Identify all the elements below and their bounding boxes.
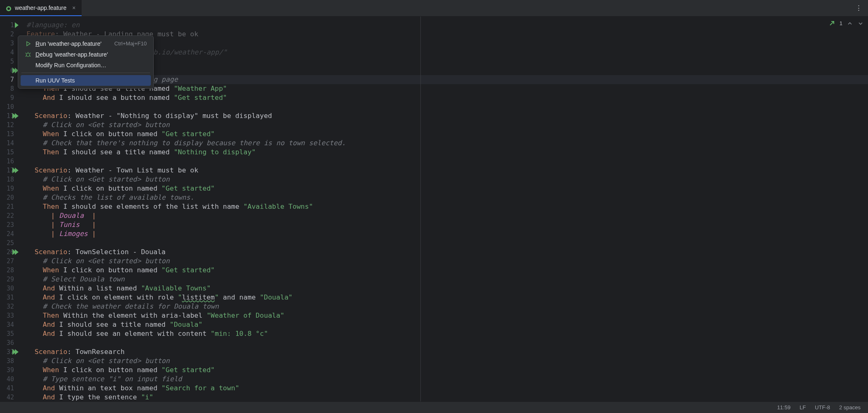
svg-point-1 <box>7 7 10 9</box>
editor: 1 12345678910111213141516171819202122232… <box>0 17 868 401</box>
file-encoding[interactable]: UTF-8 <box>815 403 830 412</box>
menu-run-uuv[interactable]: Run UUV Tests <box>21 75 151 86</box>
code-line[interactable]: Scenario: TownSelection - Douala <box>26 248 868 257</box>
menu-debug-label: Debug 'weather-app.feature' <box>35 50 108 59</box>
code-line[interactable]: # Click on <Get started> button <box>26 175 868 184</box>
run-icon <box>25 41 31 47</box>
code-line[interactable]: And I should see a title named "Douala" <box>26 320 868 329</box>
code-line[interactable]: Then I should see elements of the list w… <box>26 202 868 211</box>
menu-run-label: Run 'weather-app.feature' <box>35 39 101 48</box>
gutter-line: 27 <box>0 257 14 266</box>
gutter-line: 22 <box>0 211 14 220</box>
code-line[interactable]: When I click on button named "Get starte… <box>26 266 868 275</box>
code-line[interactable]: And I should see a button named "Get sta… <box>26 93 868 102</box>
cursor-position[interactable]: 11:59 <box>777 403 791 412</box>
gutter-line: 39 <box>0 366 14 375</box>
code-line[interactable]: Scenario: TownResearch <box>26 347 868 356</box>
gutter-line: 40 <box>0 375 14 384</box>
gutter-line: 10 <box>0 102 14 111</box>
code-line[interactable]: Then Within the element with aria-label … <box>26 311 868 320</box>
editor-tab[interactable]: weather-app.feature × <box>0 0 82 16</box>
gutter-line[interactable]: 11 <box>0 111 14 120</box>
code-line[interactable]: # Select Douala town <box>26 275 868 284</box>
gutter-line[interactable]: 1 <box>0 21 14 30</box>
gutter-line: 5 <box>0 57 14 66</box>
code-line[interactable]: When I click on button named "Get starte… <box>26 130 868 139</box>
gutter-line: 3 <box>0 39 14 48</box>
code-line[interactable]: # Check that there's nothing to display … <box>26 139 868 148</box>
close-icon[interactable]: × <box>72 3 75 12</box>
code-line[interactable]: # Type sentence "i" on input field <box>26 375 868 384</box>
gutter-line: 33 <box>0 311 14 320</box>
gutter-line: 23 <box>0 220 14 229</box>
menu-run[interactable]: Run 'weather-app.feature' Ctrl+Maj+F10 <box>21 38 151 49</box>
code-line[interactable]: When I click on button named "Get starte… <box>26 366 868 375</box>
menu-debug[interactable]: Debug 'weather-app.feature' <box>21 49 151 60</box>
gutter-line: 19 <box>0 184 14 193</box>
code-line[interactable]: Scenario: Weather - Town List must be ok <box>26 166 868 175</box>
code-line[interactable]: # Click on <Get started> button <box>26 120 868 130</box>
tab-bar: weather-app.feature × ⋮ <box>0 0 868 17</box>
gutter-line: 18 <box>0 175 14 184</box>
gutter-line: 30 <box>0 284 14 293</box>
gutter-line: 13 <box>0 130 14 139</box>
code-line[interactable]: # Click on <Get started> button <box>26 257 868 266</box>
gutter-line: 28 <box>0 266 14 275</box>
cucumber-icon <box>6 5 12 11</box>
code-line[interactable]: And Within an text box named "Search for… <box>26 384 868 393</box>
gutter-line[interactable]: 6 <box>0 66 14 75</box>
code-line[interactable]: When I click on button named "Get starte… <box>26 184 868 193</box>
code-line[interactable]: And I should see an element with content… <box>26 329 868 338</box>
code-line[interactable]: And I type the sentence "i" <box>26 393 868 401</box>
code-line[interactable]: #language: en <box>26 21 868 30</box>
gutter-line: 8 <box>0 84 14 93</box>
more-icon[interactable]: ⋮ <box>849 0 868 16</box>
code-line[interactable] <box>26 238 868 248</box>
gutter-line: 15 <box>0 148 14 157</box>
gutter-line: 36 <box>0 338 14 347</box>
debug-icon <box>25 52 31 57</box>
tab-title: weather-app.feature <box>15 3 66 12</box>
code-line[interactable]: | Douala | <box>26 211 868 220</box>
code-line[interactable]: # Click on <Get started> button <box>26 356 868 366</box>
indent-setting[interactable]: 2 spaces <box>839 403 861 412</box>
code-line[interactable]: | Limoges | <box>26 229 868 238</box>
code-line[interactable]: Then I should see a title named "Nothing… <box>26 148 868 157</box>
gutter-line: 7 <box>0 75 14 84</box>
context-menu: Run 'weather-app.feature' Ctrl+Maj+F10 D… <box>18 35 154 89</box>
gutter-line: 29 <box>0 275 14 284</box>
status-bar: 11:59 LF UTF-8 2 spaces <box>0 401 868 413</box>
gutter-line: 42 <box>0 393 14 401</box>
gutter-line: 35 <box>0 329 14 338</box>
code-line[interactable] <box>26 102 868 111</box>
gutter-line: 24 <box>0 229 14 238</box>
gutter-line: 14 <box>0 139 14 148</box>
code-line[interactable]: Scenario: Weather - "Nothing to display"… <box>26 111 868 120</box>
gutter-line: 20 <box>0 193 14 202</box>
code-line[interactable] <box>26 157 868 166</box>
line-separator[interactable]: LF <box>800 403 806 412</box>
gutter-line: 16 <box>0 157 14 166</box>
code-line[interactable]: And I click on element with role "listit… <box>26 293 868 302</box>
gutter-line[interactable]: 26 <box>0 248 14 257</box>
menu-modify-config[interactable]: Modify Run Configuration… <box>21 60 151 71</box>
code-line[interactable]: # Checks the list of available towns. <box>26 193 868 202</box>
menu-run-shortcut: Ctrl+Maj+F10 <box>114 39 147 48</box>
code-line[interactable]: And Within a list named "Available Towns… <box>26 284 868 293</box>
svg-point-2 <box>26 53 30 57</box>
gutter-line[interactable]: 37 <box>0 347 14 356</box>
gutter-line: 41 <box>0 384 14 393</box>
gutter-line: 31 <box>0 293 14 302</box>
gutter-line: 34 <box>0 320 14 329</box>
gutter-line: 4 <box>0 48 14 57</box>
code-line[interactable] <box>26 338 868 347</box>
code-line[interactable]: # Check the weather details for Douala t… <box>26 302 868 311</box>
menu-separator <box>21 73 150 73</box>
gutter-line: 38 <box>0 356 14 366</box>
gutter-line: 21 <box>0 202 14 211</box>
app-root: weather-app.feature × ⋮ 1 12345678910111… <box>0 0 868 413</box>
gutter-line[interactable]: 17 <box>0 166 14 175</box>
code-line[interactable]: | Tunis | <box>26 220 868 229</box>
gutter-line: 12 <box>0 120 14 130</box>
gutter-line: 2 <box>0 30 14 39</box>
